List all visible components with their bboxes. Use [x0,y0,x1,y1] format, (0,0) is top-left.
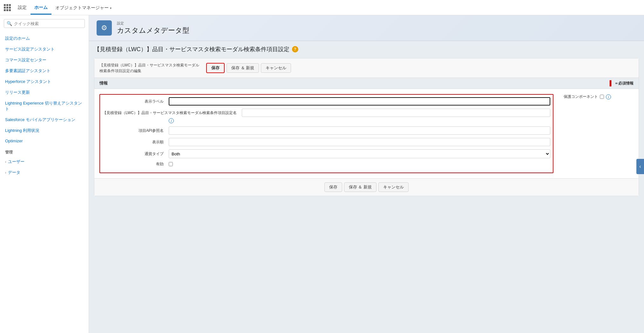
sidebar-item-salesforce-mobile[interactable]: Salesforce モバイルアプリケーション [0,114,89,125]
form-right: 保護コンポーネント i [564,94,634,173]
enabled-field-row: 有効 [103,161,550,167]
page-header-icon: ⚙ [97,20,112,36]
chevron-right-icon-data: › [5,171,6,174]
form-actions: 保存 保存 ＆ 新規 キャンセル [206,62,291,73]
sidebar-item-commerce[interactable]: コマース設定センター [0,55,89,65]
sidebar-item-mfa[interactable]: 多要素認証アシスタント [0,65,89,76]
top-navigation: 設定 ホーム オブジェクトマネージャー ▾ [0,0,644,15]
save-button-bottom[interactable]: 保存 [324,182,342,192]
sidebar-item-settings-home[interactable]: 設定のホーム [0,33,89,44]
main-form-title: 【見積登録（LWC）】品目・サービスマスタ検索モーダル検索条件項目設定 [94,45,289,53]
name-info-row: i [103,118,550,123]
save-new-button-bottom[interactable]: 保存 ＆ 新規 [344,182,376,192]
sidebar-search-container: 🔍 [4,19,85,28]
help-icon[interactable]: ? [292,46,298,52]
sidebar-item-data[interactable]: › データ [0,167,89,178]
page-header-text: 設定 カスタムメタデータ型 [117,21,189,35]
name-info-icon[interactable]: i [169,118,174,123]
enabled-field-label: 有効 [103,161,166,167]
protected-component-info-icon[interactable]: i [606,94,611,99]
label-field-label: 表示ラベル [103,99,166,104]
page-title: カスタムメタデータ型 [117,26,189,35]
form-header: 【見積登録（LWC）】品目・サービスマスタ検索モーダル検索条件項目設定の編集 保… [94,58,639,78]
display-order-input[interactable] [169,138,550,146]
sidebar-item-service-setup[interactable]: サービス設定アシスタント [0,44,89,55]
name-input[interactable] [242,109,550,117]
save-button-top[interactable]: 保存 [206,63,225,73]
page-header: ⚙ 設定 カスタムメタデータ型 [89,15,644,41]
search-input[interactable] [14,21,82,26]
form-body: 表示ラベル 【見積登録（LWC）】品目・サービスマスタ検索モーダル検索条件項目設… [94,89,639,178]
sidebar-item-lightning-switch[interactable]: Lightning Experience 切り替えアシスタント [0,98,89,114]
sidebar-item-release-updates[interactable]: リリース更新 [0,87,89,98]
form-footer: 保存 保存 ＆ 新規 キャンセル [94,178,639,196]
cancel-button-top[interactable]: キャンセル [261,63,291,73]
app-launcher-icon[interactable] [4,4,11,11]
sidebar-item-optimizer[interactable]: Optimizer [0,136,89,146]
form-container: 【見積登録（LWC）】品目・サービスマスタ検索モーダル検索条件項目設定の編集 保… [94,58,639,196]
api-name-field-label: 項目API参照名 [103,128,166,133]
form-breadcrumb: 【見積登録（LWC）】品目・サービスマスタ検索モーダル検索条件項目設定の編集 [99,62,201,74]
label-input[interactable] [169,97,550,105]
name-field-label: 【見積登録（LWC）】品目・サービスマスタ検索モーダル検索条件項目設定名 [103,110,239,116]
sidebar-item-users[interactable]: › ユーザー [0,156,89,167]
object-manager-tab[interactable]: オブジェクトマネージャー ▾ [53,1,114,14]
content-area: ⚙ 設定 カスタムメタデータ型 【見積登録（LWC）】品目・サービスマスタ検索モ… [89,15,644,333]
protected-component-row: 保護コンポーネント i [564,94,634,99]
sidebar-section-management: 管理 [0,146,89,156]
display-order-field-label: 表示順 [103,139,166,145]
currency-type-select[interactable]: Both 企業間取引 消費者向け [169,149,550,158]
chevron-right-icon: › [5,160,6,164]
required-legend: ▌ ＝必須情報 [610,80,634,86]
sidebar: 🔍 設定のホーム サービス設定アシスタント コマース設定センター 多要素認証アシ… [0,15,89,333]
object-manager-chevron-icon: ▾ [110,6,112,10]
cancel-button-bottom[interactable]: キャンセル [378,182,409,192]
api-name-input[interactable] [169,126,550,135]
enabled-checkbox[interactable] [169,162,173,166]
sidebar-item-hyperforce[interactable]: Hyperforce アシスタント [0,76,89,87]
highlighted-fields: 表示ラベル 【見積登録（LWC）】品目・サービスマスタ検索モーダル検索条件項目設… [99,94,553,173]
settings-nav-label: 設定 [15,5,29,10]
currency-type-field-label: 通貨タイプ [103,151,166,157]
page-subtitle: 設定 [117,21,189,26]
main-layout: 🔍 設定のホーム サービス設定アシスタント コマース設定センター 多要素認証アシ… [0,15,644,333]
protected-component-label: 保護コンポーネント [564,94,598,99]
save-new-button-top[interactable]: 保存 ＆ 新規 [227,63,259,73]
sidebar-item-lightning-usage[interactable]: Lightning 利用状況 [0,125,89,136]
gear-icon: ⚙ [101,24,107,32]
section-header: 情報 ▌ ＝必須情報 [94,78,639,89]
search-icon: 🔍 [7,21,12,26]
home-tab[interactable]: ホーム [31,1,51,15]
currency-type-field-row: 通貨タイプ Both 企業間取引 消費者向け [103,149,550,158]
label-field-row: 表示ラベル [103,97,550,105]
section-title: 情報 [99,80,108,86]
protected-component-checkbox[interactable] [600,95,604,99]
api-name-field-row: 項目API参照名 [103,126,550,135]
display-order-field-row: 表示順 [103,138,550,146]
name-field-row: 【見積登録（LWC）】品目・サービスマスタ検索モーダル検索条件項目設定名 [103,109,550,117]
form-left: 表示ラベル 【見積登録（LWC）】品目・サービスマスタ検索モーダル検索条件項目設… [99,94,553,173]
side-tab[interactable]: ‹ [636,159,644,174]
